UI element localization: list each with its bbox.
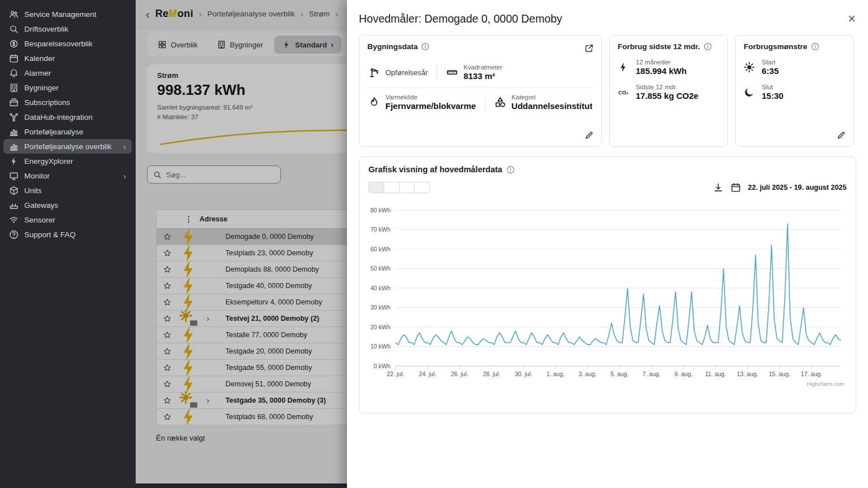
sidebar-item-support-&-faq[interactable]: Support & FAQ ›	[3, 227, 132, 242]
crane-icon	[368, 67, 380, 78]
stat-field-start: Start 6:35	[744, 59, 845, 76]
graph-tab-årssammenligning[interactable]	[384, 182, 400, 193]
help-icon	[9, 230, 19, 239]
sidebar-item-units[interactable]: Units ›	[3, 183, 132, 198]
category-icon	[494, 97, 506, 108]
svg-text:0 kWh: 0 kWh	[374, 363, 390, 369]
sidebar-item-label: Driftsoverblik	[24, 25, 68, 33]
sidebar-item-label: Monitor	[24, 172, 50, 180]
svg-text:10 kWh: 10 kWh	[370, 343, 390, 350]
portfolio-chart-icon	[9, 142, 19, 151]
savings-icon	[9, 39, 19, 49]
gateway-icon	[9, 201, 19, 210]
meter-detail-drawer: Hovedmåler: Demogade 0, 0000 Demoby × By…	[347, 0, 868, 488]
svg-text:30 kWh: 30 kWh	[370, 304, 390, 311]
sidebar-item-driftsoverblik[interactable]: Driftsoverblik ›	[3, 21, 132, 36]
main-area: ‹ ReMoni › Porteføljeanalyse overblik › …	[136, 0, 868, 488]
sidebar-item-sensorer[interactable]: Sensorer ›	[3, 212, 132, 227]
date-range[interactable]: 22. juli 2025 - 19. august 2025	[748, 184, 847, 191]
stat-value: 15:30	[762, 91, 783, 101]
graph-tab-døgnforbrugsanalyse[interactable]	[414, 182, 430, 193]
svg-text:60 kWh: 60 kWh	[370, 246, 390, 252]
heat-icon	[368, 97, 380, 108]
calendar-icon	[9, 54, 19, 63]
portfolio-chart-icon	[9, 127, 19, 137]
svg-text:70 kWh: 70 kWh	[370, 226, 390, 233]
sidebar-item-label: Porteføljeanalyse overblik	[24, 142, 112, 151]
external-link-icon	[584, 43, 594, 53]
info-icon[interactable]	[704, 42, 712, 51]
energy-bolt-icon	[618, 62, 629, 73]
graph-controls: 22. juli 2025 - 19. august 2025	[359, 182, 856, 193]
svg-text:15. aug.: 15. aug.	[769, 371, 790, 377]
edit-patterns-button[interactable]	[834, 128, 848, 142]
info-icon[interactable]	[811, 42, 819, 51]
open-external-button[interactable]	[581, 41, 596, 55]
building-field-kategori: Kategori Uddannelsesinstitution	[494, 94, 592, 111]
svg-text:30. jul.: 30. jul.	[515, 371, 532, 377]
graph-tabbar	[368, 182, 430, 193]
sidebar-item-bygninger[interactable]: Bygninger ›	[3, 80, 132, 95]
graph-title: Grafisk visning af hovedmålerdata	[368, 165, 502, 174]
calendar-icon[interactable]	[731, 182, 741, 193]
svg-text:CO₂: CO₂	[618, 90, 628, 95]
svg-text:1. aug.: 1. aug.	[546, 371, 565, 377]
pencil-icon	[836, 130, 846, 140]
subscriptions-icon	[9, 98, 19, 107]
sidebar-item-service-management[interactable]: Service Management ›	[3, 7, 132, 21]
bell-icon	[9, 68, 19, 78]
chart-credit: Highcharts.com	[359, 381, 856, 387]
sidebar-item-label: Bygninger	[24, 84, 59, 92]
svg-text:3. aug.: 3. aug.	[579, 371, 597, 377]
field-label: Kategori	[511, 94, 592, 101]
sidebar: Service Management › Driftsoverblik › Be…	[0, 0, 136, 488]
sidebar-item-subscriptions[interactable]: Subscriptions ›	[3, 95, 132, 110]
svg-text:17. aug.: 17. aug.	[801, 371, 822, 377]
info-cards: Bygningsdata Opførelsesår	[347, 35, 868, 147]
stat-value: 185.994 kWh	[636, 66, 687, 76]
building-card-title: Bygningsdata	[367, 42, 418, 51]
units-icon	[9, 186, 19, 195]
edit-building-button[interactable]	[581, 128, 596, 142]
stat-label: 12 måneder	[636, 59, 687, 66]
sidebar-item-besparelsesoverblik[interactable]: Besparelsesoverblik ›	[3, 36, 132, 51]
svg-text:40 kWh: 40 kWh	[370, 285, 390, 291]
svg-text:50 kWh: 50 kWh	[370, 265, 390, 272]
download-icon[interactable]	[713, 182, 723, 193]
graph-tab-hovedmålerdata[interactable]	[368, 182, 384, 193]
building-field-opførelsesår: Opførelsesår	[368, 67, 437, 78]
svg-text:26. jul.: 26. jul.	[451, 371, 468, 377]
sidebar-item-monitor[interactable]: Monitor ›	[3, 168, 132, 183]
drawer-header: Hovedmåler: Demogade 0, 0000 Demoby ×	[347, 0, 868, 25]
building-row: Opførelsesår Kvadratmeter 8133 m²	[367, 58, 593, 87]
co2-icon: CO₂	[618, 86, 629, 98]
card-header: Bygningsdata	[367, 42, 593, 51]
ruler-icon	[446, 67, 458, 78]
sidebar-item-energyxplorer[interactable]: EnergyXplorer ›	[3, 154, 132, 168]
sidebar-item-alarmer[interactable]: Alarmer ›	[3, 66, 132, 80]
graph-card: Grafisk visning af hovedmålerdata 22. ju…	[359, 156, 856, 413]
svg-text:7. aug.: 7. aug.	[643, 371, 661, 377]
svg-text:5. aug.: 5. aug.	[610, 371, 628, 377]
sidebar-item-label: Porteføljeanalyse	[24, 128, 83, 136]
close-icon[interactable]: ×	[848, 12, 856, 25]
sensor-icon	[9, 215, 19, 225]
sidebar-item-porteføljeanalyse-overblik[interactable]: Porteføljeanalyse overblik ›	[3, 139, 132, 154]
sidebar-nav: Service Management › Driftsoverblik › Be…	[0, 7, 135, 242]
sidebar-item-porteføljeanalyse[interactable]: Porteføljeanalyse ›	[3, 124, 132, 139]
building-field-kvadratmeter: Kvadratmeter 8133 m²	[446, 64, 592, 81]
info-icon[interactable]	[506, 165, 515, 174]
field-value: Fjernvarme/blokvarme	[385, 101, 476, 111]
graph-tab-varighedsanalyse[interactable]	[399, 182, 415, 193]
sidebar-item-gateways[interactable]: Gateways ›	[3, 198, 132, 212]
field-label: Opførelsesår	[385, 68, 428, 77]
drawer-title: Hovedmåler: Demogade 0, 0000 Demoby	[359, 12, 562, 25]
sidebar-item-kalender[interactable]: Kalender ›	[3, 51, 132, 66]
stat-value: 17.855 kg CO2e	[636, 91, 698, 101]
people-icon	[9, 10, 19, 19]
info-icon[interactable]	[421, 42, 429, 51]
sidebar-item-datahub-integration[interactable]: DataHub-integration ›	[3, 110, 132, 124]
chevron-right-icon: ›	[123, 142, 126, 151]
field-value: 8133 m²	[463, 71, 502, 81]
consumption-card-title: Forbrug sidste 12 mdr.	[618, 42, 700, 51]
